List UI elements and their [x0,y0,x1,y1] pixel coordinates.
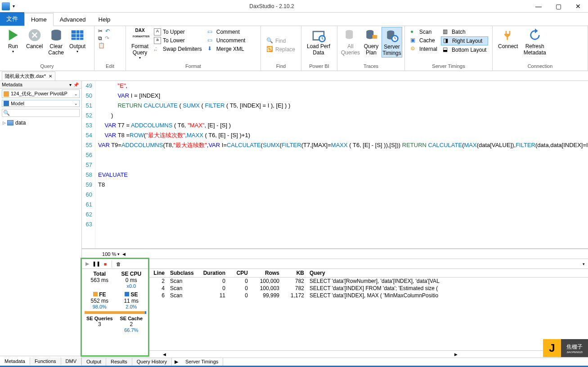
tab-query-history[interactable]: Query History [132,358,172,366]
scan-toggle[interactable]: ●Scan [408,28,439,36]
group-query-label: Query [3,63,91,70]
to-lower-button[interactable]: aTo Lower [152,36,204,45]
find-icon: 🔍 [266,37,274,45]
group-find-label: Find [264,63,298,70]
batch-toggle[interactable]: ▥Batch [441,28,488,36]
sec-header: SE Cache [116,316,148,321]
model-select[interactable]: Model⌄ [2,100,80,107]
search-input[interactable] [10,110,79,116]
chevron-down-icon: ⌄ [74,101,78,106]
close-button[interactable]: ✕ [568,0,588,13]
document-tabs: 随机最大次数.dax*✕ [0,71,588,81]
pause-trace-icon[interactable]: ❚❚ [92,260,101,268]
trace-row[interactable]: 2Scan00100,000782SELECT 'data'[RowNumber… [149,277,588,285]
trace-row[interactable]: 6Scan11099,9991,172SELECT 'data'[INDEX],… [149,292,588,299]
run-button[interactable]: Run▾ [3,27,23,54]
col-cpu[interactable]: CPU [228,269,251,277]
connect-button[interactable]: Connect [495,27,521,50]
output-label: Output [69,43,85,49]
pin-icon[interactable]: 📌 [73,82,79,87]
merge-xml-button[interactable]: ⬇Merge XML [206,45,247,53]
zoom-value[interactable]: 100 % [102,251,116,257]
undo-icon[interactable]: ↶ [105,28,110,34]
zoom-dropdown-icon[interactable]: ▾ [117,252,120,256]
minimize-button[interactable]: — [529,0,548,13]
hscroll-right-icon[interactable]: ▶ [454,352,458,357]
bottom-layout-icon: ⬓ [443,46,450,54]
trace-row[interactable]: 4Scan00100,003782SELECT 'data'[INDEX] FR… [149,285,588,292]
comment-icon: ▭ [207,28,215,36]
col-line[interactable]: Line [149,269,167,277]
output-button[interactable]: Output▾ [67,27,88,54]
replace-button[interactable]: 🔁Replace [265,45,297,54]
query-plan-button[interactable]: Query Plan [361,27,382,57]
dropdown-icon[interactable]: ▾ [69,82,72,87]
clear-cache-button[interactable]: Clear Cache [45,27,67,57]
load-perf-button[interactable]: Load Perf Data [304,27,333,57]
document-tab[interactable]: 随机最大次数.dax*✕ [2,72,55,81]
load-perf-label: Load Perf Data [307,43,330,56]
col-subclass[interactable]: Subclass [167,269,199,277]
tab-file[interactable]: 文件 [0,12,24,26]
zoom-bar: 100 % ▾ ◀ [82,249,588,259]
tab-output[interactable]: Output [82,358,106,366]
bottom-layout-button[interactable]: ⬓Bottom Layout [441,46,488,54]
swap-icon: ,; [154,45,161,53]
document-tab-label: 随机最大次数.dax* [5,73,46,80]
swap-delimiters-button[interactable]: ,;Swap Delimiters [152,45,204,53]
timing-dropdown-icon[interactable]: ▾ [583,262,585,266]
cancel-label: Cancel [26,43,43,49]
database-select[interactable]: 124_优化_Power Pivot&P⌄ [2,90,80,98]
copy-icon[interactable]: ⧉ [98,35,102,41]
right-layout-icon: ◨ [443,37,450,45]
uncomment-icon: ▭ [207,37,215,44]
right-layout-button[interactable]: ◨Right Layout [441,36,488,45]
prev-tab-icon[interactable]: ▶ [172,358,181,366]
tab-help[interactable]: Help [92,13,117,26]
hscroll-left-icon[interactable]: ◀ [163,352,166,357]
code-editor[interactable]: 495051525354555657585960616263 "E", VAR … [82,81,588,249]
close-tab-icon[interactable]: ✕ [49,74,52,79]
model-icon [4,101,9,106]
tab-server-timings[interactable]: Server Timings [181,358,223,366]
tab-advanced[interactable]: Advanced [54,13,92,26]
col-kb[interactable]: KB [282,269,307,277]
db-stack-icon [343,28,358,42]
tab-results[interactable]: Results [106,358,132,366]
cancel-button[interactable]: Cancel [23,27,45,50]
all-queries-button[interactable]: All Queries [340,27,361,57]
delete-trace-icon[interactable]: 🗑 [114,260,123,268]
tab-home[interactable]: Home [24,13,54,26]
timing-stats: TotalSE CPU 563 ms0 ms x0.0 FE SE 552 ms… [82,269,149,335]
server-timings-button[interactable]: Server Timings [382,27,402,58]
to-upper-button[interactable]: ATo Upper [152,28,204,36]
expand-icon[interactable]: ▷ [3,121,6,125]
code-area[interactable]: "E", VAR I = [INDEX] RETURN CALCULATE ( … [95,81,588,248]
play-trace-icon[interactable]: ▶ [83,260,92,268]
paste-icon[interactable]: 📋 [98,42,105,49]
stop-trace-icon[interactable]: ■ [101,260,110,268]
col-rows[interactable]: Rows [251,269,282,277]
internal-toggle[interactable]: ⚙Internal [408,45,439,53]
maximize-button[interactable]: ▢ [548,0,568,13]
metadata-search[interactable]: 🔍 [2,109,80,117]
col-query[interactable]: Query [307,269,588,277]
format-query-button[interactable]: DAXFORMATTERFormat Query▾ [129,27,151,61]
tab-dmv[interactable]: DMV [61,358,81,365]
cancel-icon [27,28,42,42]
cache-toggle[interactable]: ▣Cache [408,36,439,45]
run-label: Run [8,43,18,49]
plug-icon [501,28,515,42]
redo-icon[interactable]: ↷ [105,35,109,41]
refresh-metadata-button[interactable]: Refresh Metadata [521,27,549,57]
cut-icon[interactable]: ✂ [98,28,103,34]
tab-functions[interactable]: Functions [30,358,61,365]
uncomment-button[interactable]: ▭Uncomment [206,36,247,45]
comment-button[interactable]: ▭Comment [206,28,247,36]
find-button[interactable]: 🔍Find [265,37,287,45]
col-duration[interactable]: Duration [199,269,228,277]
format-query-label: Format Query [131,43,148,56]
scroll-left-icon[interactable]: ◀ [122,252,126,256]
tree-node-data[interactable]: ▷data [3,120,79,126]
tab-metadata[interactable]: Metadata [0,358,30,365]
